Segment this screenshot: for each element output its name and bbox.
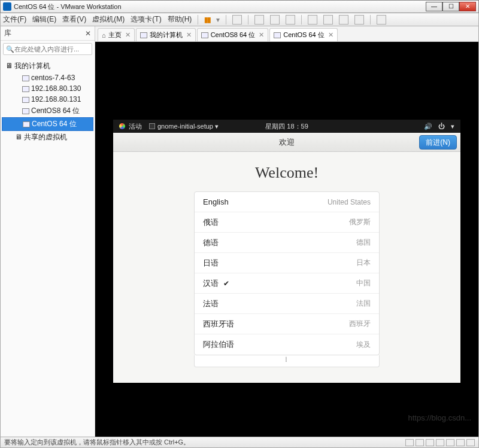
window-minimize-button[interactable]: — [426,2,442,11]
tab-close-icon[interactable]: ✕ [259,31,264,39]
tab-我的计算机[interactable]: 我的计算机✕ [136,28,196,41]
language-row[interactable]: 法语法国 [195,294,379,314]
language-region: 中国 [356,278,371,288]
menu-bar: 文件(F) 编辑(E) 查看(V) 虚拟机(M) 选项卡(T) 帮助(H) ▮▮… [0,13,479,26]
search-input[interactable] [14,45,97,53]
menu-separator [248,15,248,25]
language-region: 法国 [356,298,371,309]
language-row[interactable]: 德语德国 [195,233,379,253]
tree-vm-item[interactable]: CentOS8 64 位 [2,105,93,117]
window-maximize-button[interactable]: ☐ [442,2,459,11]
language-region: 日本 [356,258,371,268]
language-list: EnglishUnited States俄语俄罗斯德语德国日语日本汉语✔中国法语… [194,191,380,355]
menu-edit[interactable]: 编辑(E) [32,14,56,25]
library-search[interactable]: 🔍 ▾ [3,43,92,55]
vm-icon [274,32,281,38]
volume-icon[interactable]: 🔊 [424,123,432,130]
tree-vm-item[interactable]: 192.168.80.130 [2,83,93,94]
gnome-top-bar: 活动 gnome-initial-setup ▾ 星期四 18：59 🔊 ⏻ ▾ [113,120,460,133]
device-icon[interactable] [446,439,454,446]
tab-close-icon[interactable]: ✕ [125,31,131,39]
vm-icon [22,108,29,114]
device-icon[interactable] [405,439,414,446]
toolbar-button[interactable] [286,15,295,25]
power-icon[interactable]: ⏻ [438,123,445,130]
app-menu[interactable]: gnome-initial-setup ▾ [157,123,219,130]
toolbar-button[interactable] [339,15,348,25]
window-close-button[interactable]: ✕ [459,2,476,11]
status-device-icons [405,439,475,446]
toolbar-dropdown-icon[interactable]: ▾ [216,16,220,24]
device-icon[interactable] [456,439,465,446]
tray-chevron-icon[interactable]: ▾ [451,123,454,130]
language-name: 西班牙语 [203,319,234,330]
toolbar-button[interactable] [354,15,364,25]
activities-icon[interactable] [119,123,125,129]
menu-tabs[interactable]: 选项卡(T) [131,14,161,25]
tree-root-mycomputer[interactable]: ⊟ 🖥 我的计算机 [2,60,93,72]
toolbar-button[interactable] [232,15,242,25]
tab-CentOS 64 位[interactable]: CentOS 64 位✕ [269,28,337,41]
header-title: 欢迎 [279,137,295,148]
menu-vm[interactable]: 虚拟机(M) [92,14,125,25]
app-menu-icon [149,123,155,129]
activities-label[interactable]: 活动 [129,122,142,131]
tab-主页[interactable]: ⌂主页✕ [98,28,135,41]
tree-vm-item[interactable]: CentOS 64 位 [2,117,93,131]
window-titlebar: CentOS 64 位 - VMware Workstation — ☐ ✕ [0,0,479,13]
pause-icon[interactable]: ▮▮ [204,16,210,24]
menu-help[interactable]: 帮助(H) [168,14,192,25]
check-icon: ✔ [223,279,229,288]
device-icon[interactable] [416,439,424,446]
tree-root-label: 我的计算机 [14,62,50,70]
toolbar-button[interactable] [377,15,386,25]
vm-icon [22,97,29,103]
language-row[interactable]: 阿拉伯语埃及 [195,334,379,355]
home-icon: ⌂ [102,32,106,39]
library-close-button[interactable]: ✕ [85,29,91,38]
menu-view[interactable]: 查看(V) [62,14,86,25]
more-languages-button[interactable]: ⁞ [194,355,380,367]
device-icon[interactable] [466,439,475,446]
language-row[interactable]: 日语日本 [195,253,379,273]
library-title: 库 [4,28,11,38]
language-name: 俄语 [203,217,219,228]
toolbar-button[interactable] [270,15,280,25]
language-row[interactable]: 俄语俄罗斯 [195,212,379,233]
tree-vm-item[interactable]: centos-7.4-63 [2,72,93,83]
search-icon: 🔍 [6,45,14,53]
language-name: English [203,197,229,206]
next-button[interactable]: 前进(N) [419,135,457,150]
library-sidebar: 库 ✕ 🔍 ▾ ⊟ 🖥 我的计算机 centos-7.4-63192.168.8… [1,26,95,437]
tree-vm-item[interactable]: 192.168.80.131 [2,94,93,105]
tab-close-icon[interactable]: ✕ [328,31,334,39]
tree-root-shared[interactable]: 🖥 共享的虚拟机 [2,131,93,144]
language-region: 俄罗斯 [349,217,371,227]
language-row[interactable]: 汉语✔中国 [195,273,379,294]
expand-icon[interactable]: ⊟ [7,62,11,68]
clock[interactable]: 星期四 18：59 [265,122,308,131]
vm-console[interactable]: 活动 gnome-initial-setup ▾ 星期四 18：59 🔊 ⏻ ▾ [95,42,478,437]
window-title: CentOS 64 位 - VMware Workstation [14,2,426,11]
menu-separator [198,15,198,25]
status-text: 要将输入定向到该虚拟机，请将鼠标指针移入其中或按 Ctrl+G。 [4,438,190,447]
language-name: 德语 [203,237,219,248]
tab-CentOS8 64 位[interactable]: CentOS8 64 位✕ [197,28,269,41]
tree-shared-label: 共享的虚拟机 [24,133,67,141]
language-row[interactable]: 西班牙语西班牙 [195,314,379,334]
toolbar-button[interactable] [323,15,333,25]
menu-file[interactable]: 文件(F) [3,14,26,25]
vm-icon [22,75,29,81]
menu-separator [226,15,226,25]
device-icon[interactable] [436,439,444,446]
device-icon[interactable] [426,439,434,446]
toolbar-button[interactable] [254,15,264,25]
gnome-desktop: 活动 gnome-initial-setup ▾ 星期四 18：59 🔊 ⏻ ▾ [113,120,460,383]
language-name: 阿拉伯语 [203,339,234,350]
menu-separator [301,15,302,25]
initial-setup-header: 欢迎 前进(N) [113,133,460,152]
tab-label: 主页 [108,31,122,39]
tab-close-icon[interactable]: ✕ [186,31,192,39]
toolbar-button[interactable] [308,15,317,25]
language-row[interactable]: EnglishUnited States [195,192,379,212]
